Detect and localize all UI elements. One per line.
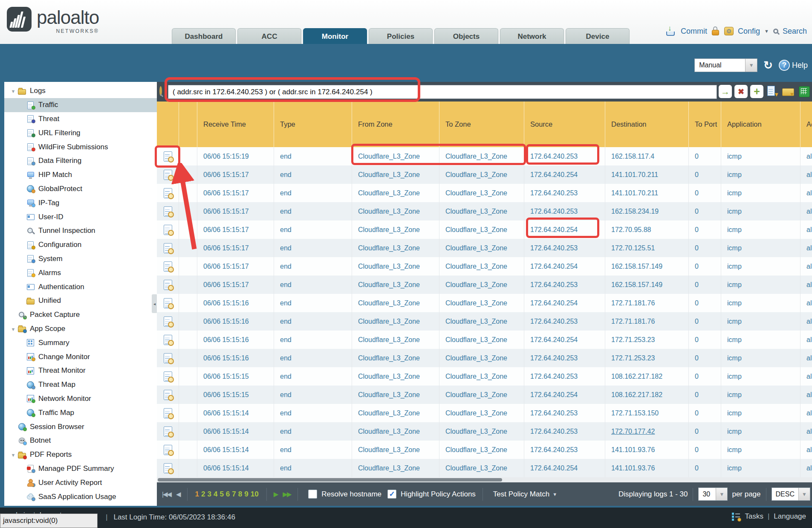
page-number-8[interactable]: 8 [238, 490, 242, 499]
tab-network[interactable]: Network [500, 28, 564, 44]
page-number-3[interactable]: 3 [207, 490, 211, 499]
log-detail-magnifier-icon[interactable] [164, 390, 172, 400]
sidebar-item-tunnel-inspection[interactable]: Tunnel Inspection [4, 224, 157, 238]
sidebar-item-manage-pdf-summary[interactable]: Manage PDF Summary [4, 462, 157, 476]
expander-icon[interactable]: ▼ [11, 89, 16, 94]
tab-acc[interactable]: ACC [237, 28, 301, 44]
per-page-select[interactable]: 30 ▼ [698, 487, 728, 501]
test-policy-match-dropdown[interactable]: Test Policy Match ▼ [493, 490, 557, 499]
filter-builder-icon[interactable] [766, 85, 779, 98]
first-page-icon[interactable]: |◀◀ [162, 490, 171, 498]
log-detail-magnifier-icon[interactable] [164, 335, 172, 345]
sidebar-item-threat-monitor[interactable]: Threat Monitor [4, 364, 157, 378]
config-caret-icon[interactable]: ▼ [764, 29, 769, 34]
log-detail-magnifier-icon[interactable] [164, 371, 172, 382]
log-detail-magnifier-icon[interactable] [164, 280, 172, 290]
page-number-1[interactable]: 1 [195, 490, 199, 499]
prev-page-icon[interactable]: ◀ [176, 490, 180, 498]
sidebar-item-alarms[interactable]: Alarms [4, 266, 157, 280]
log-detail-magnifier-icon[interactable] [164, 353, 172, 363]
sort-order-caret-icon[interactable]: ▼ [798, 488, 810, 500]
export-to-csv-icon[interactable] [798, 85, 811, 98]
column-header-to-zone[interactable]: To Zone [439, 102, 524, 147]
horizontal-scrollbar-track[interactable] [157, 477, 812, 482]
sidebar-item-data-filtering[interactable]: Data Filtering [4, 154, 157, 168]
column-header-ac[interactable]: Ac [800, 102, 812, 147]
commit-button[interactable]: Commit [681, 27, 707, 36]
refresh-interval-caret-icon[interactable]: ▼ [745, 59, 757, 72]
sidebar-item-pdf-reports[interactable]: ▼PDF Reports [4, 448, 157, 462]
tab-policies[interactable]: Policies [369, 28, 433, 44]
resolve-hostname-checkbox[interactable] [308, 490, 317, 499]
tab-dashboard[interactable]: Dashboard [172, 28, 236, 44]
sidebar-item-packet-capture[interactable]: Packet Capture [4, 308, 157, 322]
page-number-4[interactable]: 4 [214, 490, 217, 499]
column-header-source[interactable]: Source [524, 102, 605, 147]
sidebar-item-session-browser[interactable]: Session Browser [4, 420, 157, 434]
sidebar-item-traffic[interactable]: Traffic [4, 98, 157, 112]
refresh-interval-select[interactable]: Manual ▼ [694, 58, 757, 72]
log-detail-magnifier-icon[interactable] [164, 225, 172, 235]
column-header-destination[interactable]: Destination [605, 102, 689, 147]
horizontal-scrollbar-thumb[interactable] [158, 478, 502, 482]
log-detail-magnifier-icon[interactable] [164, 206, 172, 217]
page-number-7[interactable]: 7 [232, 490, 236, 499]
sidebar-item-app-scope[interactable]: ▼App Scope [4, 322, 157, 336]
sidebar-item-botnet[interactable]: Botnet [4, 434, 157, 448]
log-detail-magnifier-icon[interactable] [164, 261, 172, 272]
log-detail-magnifier-icon[interactable] [164, 151, 172, 162]
column-header-application[interactable]: Application [721, 102, 800, 147]
page-number-10[interactable]: 10 [251, 490, 259, 499]
log-detail-magnifier-icon[interactable] [164, 188, 172, 198]
column-header-from-zone[interactable]: From Zone [352, 102, 439, 147]
page-number-6[interactable]: 6 [226, 490, 230, 499]
load-filter-folder-icon[interactable] [782, 85, 795, 98]
apply-filter-button[interactable]: → [719, 85, 732, 98]
log-detail-magnifier-icon[interactable] [164, 170, 172, 180]
filter-query-input[interactable] [168, 85, 717, 99]
config-button[interactable]: Config [738, 27, 760, 36]
tasks-button[interactable]: Tasks [745, 512, 763, 521]
help-label[interactable]: Help [792, 61, 808, 70]
sidebar-item-threat-map[interactable]: Threat Map [4, 378, 157, 392]
refresh-icon[interactable]: ↻ [763, 60, 773, 71]
sidebar-item-network-monitor[interactable]: Network Monitor [4, 392, 157, 406]
help-icon[interactable]: ? [779, 60, 790, 71]
per-page-caret-icon[interactable]: ▼ [716, 488, 727, 500]
sidebar-item-summary[interactable]: Summary [4, 336, 157, 350]
sidebar-item-threat[interactable]: Threat [4, 112, 157, 126]
sidebar-item-user-activity-report[interactable]: User Activity Report [4, 476, 157, 490]
sidebar-item-saas-application-usage[interactable]: SaaS Application Usage [4, 490, 157, 504]
sidebar-item-authentication[interactable]: Authentication [4, 280, 157, 294]
sort-order-select[interactable]: DESC ▼ [772, 487, 810, 501]
log-detail-magnifier-icon[interactable] [164, 463, 172, 473]
sidebar-item-unified[interactable]: Unified [4, 294, 157, 308]
add-filter-button[interactable]: + [750, 85, 763, 98]
log-detail-magnifier-icon[interactable] [164, 298, 172, 308]
search-button[interactable]: Search [783, 27, 807, 36]
log-detail-magnifier-icon[interactable] [164, 243, 172, 253]
last-page-icon[interactable]: ▶▶ [283, 490, 291, 498]
log-detail-magnifier-icon[interactable] [164, 316, 172, 327]
sidebar-item-user-id[interactable]: User-ID [4, 210, 157, 224]
highlight-policy-checkbox[interactable]: ✓ [387, 490, 396, 499]
page-number-2[interactable]: 2 [201, 490, 205, 499]
sidebar-item-globalprotect[interactable]: GlobalProtect [4, 182, 157, 196]
sidebar-item-configuration[interactable]: Configuration [4, 238, 157, 252]
column-header-receive-time[interactable]: Receive Time [197, 102, 274, 147]
tab-device[interactable]: Device [566, 28, 630, 44]
cell-destination[interactable]: 172.70.177.42 [605, 422, 689, 441]
tab-objects[interactable]: Objects [434, 28, 498, 44]
tab-monitor[interactable]: Monitor [303, 28, 367, 44]
page-number-5[interactable]: 5 [220, 490, 223, 499]
page-number-9[interactable]: 9 [244, 490, 248, 499]
expander-icon[interactable]: ▼ [11, 453, 16, 458]
lock-icon[interactable] [711, 26, 720, 36]
log-detail-magnifier-icon[interactable] [164, 445, 172, 455]
log-detail-magnifier-icon[interactable] [164, 426, 172, 437]
language-button[interactable]: Language [774, 512, 806, 521]
sidebar-item-hip-match[interactable]: HIP Match [4, 168, 157, 182]
sidebar-item-change-monitor[interactable]: Change Monitor [4, 350, 157, 364]
log-detail-magnifier-icon[interactable] [164, 408, 172, 418]
sidebar-item-url-filtering[interactable]: URL Filtering [4, 126, 157, 140]
